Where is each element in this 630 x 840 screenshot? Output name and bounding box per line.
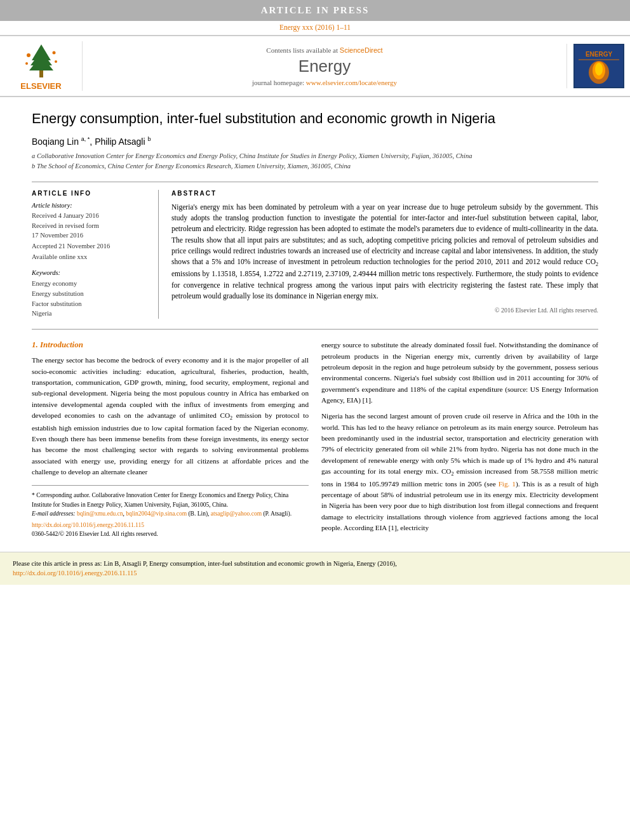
homepage-url[interactable]: www.elsevier.com/locate/energy	[306, 79, 397, 86]
fig1-ref[interactable]: Fig. 1	[499, 480, 516, 488]
body-right-col: energy source to substitute the already …	[321, 340, 598, 538]
svg-point-14	[595, 63, 603, 76]
keyword-energy-economy: Energy economy	[32, 279, 149, 289]
article-info-label: ARTICLE INFO	[32, 190, 149, 197]
body-content: 1. Introduction The energy sector has be…	[32, 340, 598, 538]
elsevier-tree-icon	[19, 41, 64, 79]
intro-paragraph-2: energy source to substitute the already …	[321, 340, 598, 406]
energy-journal-logo: ENERGY	[573, 44, 624, 88]
intro-heading: 1. Introduction	[32, 340, 309, 350]
journal-homepage: journal homepage: www.elsevier.com/locat…	[95, 79, 554, 86]
elsevier-logo-block: ELSEVIER	[0, 41, 83, 91]
bottom-citation-bar: Please cite this article in press as: Li…	[0, 552, 630, 585]
doi-link[interactable]: http://dx.doi.org/10.1016/j.energy.2016.…	[32, 522, 144, 528]
abstract-text: Nigeria's energy mix has been dominated …	[171, 202, 598, 302]
intro-paragraph-1: The energy sector has become the bedrock…	[32, 355, 309, 477]
email-note-1: (B. Lin),	[188, 510, 210, 517]
available-date: Available online xxx	[32, 253, 149, 262]
keyword-factor-substitution: Factor substitution	[32, 299, 149, 309]
sciencedirect-link[interactable]: ScienceDirect	[340, 46, 383, 54]
keywords-label: Keywords:	[32, 269, 149, 276]
footnote-corresponding: * Corresponding author. Collaborative In…	[32, 491, 309, 509]
svg-point-7	[55, 60, 57, 63]
email-2[interactable]: bqlin2004@vip.sina.com	[126, 510, 187, 517]
info-abstract-section: ARTICLE INFO Article history: Received 4…	[32, 182, 598, 319]
section-number: 1.	[32, 340, 38, 349]
energy-logo-box: ENERGY	[566, 44, 630, 88]
affil-a-sup: a, *	[81, 136, 90, 142]
citation-text: Please cite this article in press as: Li…	[13, 560, 397, 567]
svg-point-6	[25, 62, 28, 65]
article-info-col: ARTICLE INFO Article history: Received 4…	[32, 190, 159, 319]
author-sep: , Philip Atsagli	[90, 136, 147, 146]
svg-text:ENERGY: ENERGY	[585, 51, 612, 58]
history-label: Article history:	[32, 202, 149, 209]
sciencedirect-label: Contents lists available at	[266, 46, 338, 54]
affiliations: a Collaborative Innovation Center for En…	[32, 151, 598, 171]
affiliation-b: b The School of Economics, China Center …	[32, 161, 598, 171]
citation-text: Energy xxx (2016) 1–11	[279, 23, 351, 31]
journal-header: ELSEVIER Contents lists available at Sci…	[0, 35, 630, 97]
authors-line: Boqiang Lin a, *, Philip Atsagli b	[32, 136, 598, 147]
journal-citation: Energy xxx (2016) 1–11	[0, 21, 630, 35]
elsevier-brand-text: ELSEVIER	[20, 81, 61, 91]
abstract-label: ABSTRACT	[171, 190, 598, 197]
footnote-emails: E-mail addresses: bqlin@xmu.edu.cn, bqli…	[32, 509, 309, 518]
affiliation-a: a Collaborative Innovation Center for En…	[32, 151, 598, 161]
keyword-energy-substitution: Energy substitution	[32, 289, 149, 299]
email-note-2: (P. Atsagli).	[263, 510, 292, 517]
intro-paragraph-3: Nigeria has the second largest amount of…	[321, 411, 598, 533]
keyword-nigeria: Nigeria	[32, 309, 149, 319]
affil-b-sup: b	[147, 136, 151, 142]
article-title: Energy consumption, inter-fuel substitut…	[32, 110, 598, 128]
author-boqiang: Boqiang Lin	[32, 136, 81, 146]
section-separator	[32, 329, 598, 330]
accepted-date: Accepted 21 November 2016	[32, 242, 149, 251]
svg-point-5	[52, 51, 55, 55]
main-content: Energy consumption, inter-fuel substitut…	[0, 97, 630, 552]
email-1[interactable]: bqlin@xmu.edu.cn	[77, 510, 123, 517]
homepage-label: journal homepage:	[252, 79, 304, 86]
footnote-area: * Corresponding author. Collaborative In…	[32, 485, 309, 538]
citation-doi-link[interactable]: http://dx.doi.org/10.1016/j.energy.2016.…	[13, 570, 137, 577]
footnote-doi: http://dx.doi.org/10.1016/j.energy.2016.…	[32, 521, 309, 530]
body-left-col: 1. Introduction The energy sector has be…	[32, 340, 309, 538]
banner-text: ARTICLE IN PRESS	[261, 5, 370, 15]
copyright-line: © 2016 Elsevier Ltd. All rights reserved…	[171, 307, 598, 314]
abstract-col: ABSTRACT Nigeria's energy mix has been d…	[171, 190, 598, 319]
section-title: Introduction	[40, 340, 83, 349]
journal-title: Energy	[95, 57, 554, 76]
sciencedirect-line: Contents lists available at ScienceDirec…	[95, 46, 554, 54]
svg-rect-0	[39, 70, 43, 77]
email-3[interactable]: atsaglip@yahoo.com	[211, 510, 262, 517]
svg-point-4	[27, 53, 30, 57]
received-date: Received 4 January 2016	[32, 211, 149, 221]
footnote-issn: 0360-5442/© 2016 Elsevier Ltd. All right…	[32, 530, 309, 538]
revised-date: Received in revised form17 November 2016	[32, 222, 149, 240]
email-label: E-mail addresses:	[32, 510, 77, 517]
article-in-press-banner: ARTICLE IN PRESS	[0, 0, 630, 21]
journal-info-center: Contents lists available at ScienceDirec…	[83, 46, 566, 86]
